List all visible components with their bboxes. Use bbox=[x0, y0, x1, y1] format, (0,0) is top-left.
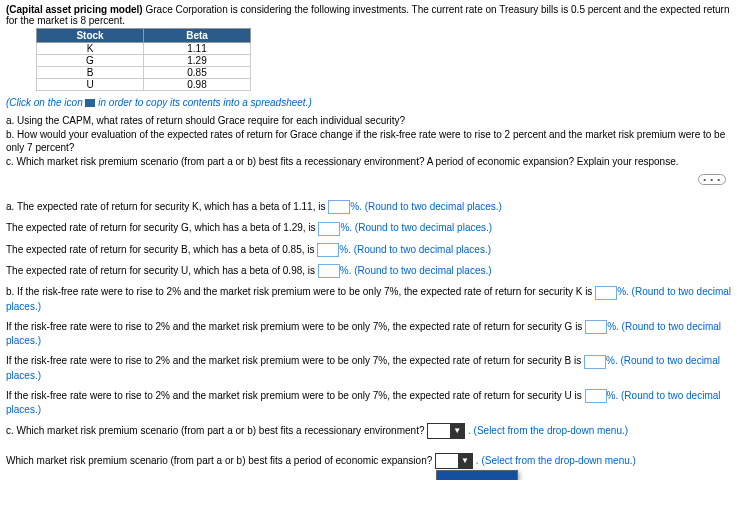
problem-container: (Capital asset pricing model) Grace Corp… bbox=[6, 4, 736, 26]
input-b-b[interactable] bbox=[584, 355, 606, 369]
input-a-u[interactable] bbox=[318, 264, 340, 278]
answer-c-expansion: Which market risk premium scenario (from… bbox=[6, 453, 636, 469]
input-a-b[interactable] bbox=[317, 243, 339, 257]
question-block: a. Using the CAPM, what rates of return … bbox=[6, 114, 736, 168]
beta-table: Stock Beta K1.11 G1.29 B0.85 U0.98 bbox=[36, 28, 736, 91]
table-row: G1.29 bbox=[37, 55, 251, 67]
answer-a-k: a. The expected rate of return for secur… bbox=[6, 200, 736, 214]
more-icon[interactable]: • • • bbox=[698, 174, 726, 185]
input-b-g[interactable] bbox=[585, 320, 607, 334]
chevron-down-icon: ▼ bbox=[458, 454, 472, 468]
select-recession[interactable]: ▼ bbox=[427, 423, 465, 439]
th-beta: Beta bbox=[144, 29, 251, 43]
table-row: K1.11 bbox=[37, 43, 251, 55]
answer-b-g: If the risk-free rate were to rise to 2%… bbox=[6, 320, 736, 347]
select-expansion[interactable]: ▼ Part b Part a bbox=[435, 453, 473, 469]
answer-a-u: The expected rate of return for security… bbox=[6, 264, 736, 278]
answer-a-b: The expected rate of return for security… bbox=[6, 243, 736, 257]
spreadsheet-icon[interactable] bbox=[85, 99, 95, 107]
question-b: b. How would your evaluation of the expe… bbox=[6, 128, 736, 155]
th-stock: Stock bbox=[37, 29, 144, 43]
dropdown-menu: Part b Part a bbox=[436, 470, 518, 480]
input-b-u[interactable] bbox=[585, 389, 607, 403]
answer-a-g: The expected rate of return for security… bbox=[6, 221, 736, 235]
table-row: U0.98 bbox=[37, 79, 251, 91]
answer-b-u: If the risk-free rate were to rise to 2%… bbox=[6, 389, 736, 416]
answer-b-k: b. If the risk-free rate were to rise to… bbox=[6, 285, 736, 312]
answer-b-b: If the risk-free rate were to rise to 2%… bbox=[6, 354, 736, 381]
dropdown-option-blank[interactable] bbox=[437, 471, 517, 480]
input-a-g[interactable] bbox=[318, 222, 340, 236]
input-b-k[interactable] bbox=[595, 286, 617, 300]
question-c: c. Which market risk premium scenario (f… bbox=[6, 155, 736, 169]
chevron-down-icon: ▼ bbox=[450, 424, 464, 438]
question-a: a. Using the CAPM, what rates of return … bbox=[6, 114, 736, 128]
click-note: (Click on the icon in order to copy its … bbox=[6, 97, 736, 108]
table-row: B0.85 bbox=[37, 67, 251, 79]
input-a-k[interactable] bbox=[328, 200, 350, 214]
title-bold: (Capital asset pricing model) bbox=[6, 4, 143, 15]
answer-c-recession: c. Which market risk premium scenario (f… bbox=[6, 423, 736, 439]
